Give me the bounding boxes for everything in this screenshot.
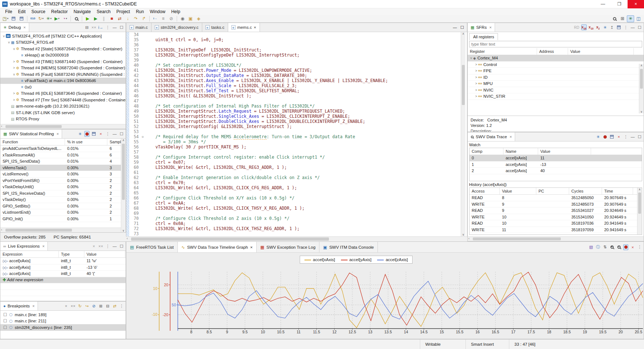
profiling-vscrollbar[interactable]: ∧ ∨ xyxy=(121,139,126,232)
step-return-icon[interactable]: ↱ xyxy=(140,15,147,22)
minimize-icon[interactable]: — xyxy=(112,131,117,137)
debug-tree-node[interactable]: ≡vFaultTask() at main.c:194 0x80036d6 xyxy=(0,78,126,84)
column-header-access[interactable]: Access xyxy=(469,188,500,194)
column-header-value[interactable]: Value xyxy=(538,148,591,155)
save-all-icon[interactable] xyxy=(18,15,25,22)
sfr-tree-node[interactable]: >010MPU xyxy=(468,81,644,87)
editor-line[interactable]: 40 /* Set configuration of LIS302DL*/ xyxy=(126,63,467,68)
menu-navigate[interactable]: Navigate xyxy=(70,9,93,14)
bottom-tab-swv-itm-data-console[interactable]: ▣SWV ITM Data Console xyxy=(319,242,378,252)
sfrs-vscrollbar[interactable]: ∧ ∨ xyxy=(639,64,644,113)
column-header-name[interactable]: Name xyxy=(503,148,538,155)
profiling-row[interactable]: vListRemove()0.00%3 xyxy=(0,171,126,178)
cpp-perspective-icon[interactable]: ◫ xyxy=(635,15,642,22)
close-graph-icon[interactable]: × xyxy=(630,244,635,250)
editor-line[interactable]: 60 LIS302DL_Write( &ctrl, LIS302DL_CTRL_… xyxy=(126,165,467,170)
minimize-icon[interactable]: — xyxy=(630,134,635,140)
breakpoint-item[interactable]: ☐◯main.c [line: 211] xyxy=(0,318,126,325)
export-icon[interactable]: ↥ xyxy=(609,24,614,30)
history-vscrollbar[interactable]: ∧ xyxy=(637,188,642,234)
maximize-icon[interactable]: ☐ xyxy=(637,134,642,140)
editor-line[interactable]: 37 LIS302DL_InitTypeDef LIS302DL_InitStr… xyxy=(126,47,467,53)
suspend-icon[interactable]: ∥ xyxy=(100,15,107,22)
watch-row[interactable]: 0accel[xAxis]11 xyxy=(469,155,642,162)
editor-tab-stm32f4_discovery-c[interactable]: cstm32f4_discovery.c xyxy=(152,23,202,32)
subtab-all-registers[interactable]: All registers xyxy=(469,33,498,40)
debug-tree-node[interactable]: >⚙Thread #6 [IDLE] 536873640 (Suspended … xyxy=(0,90,126,97)
live-expression-row[interactable]: (x)= accel[xAxis]int8_t11 '\v' xyxy=(0,258,126,264)
expand-icon[interactable]: > xyxy=(474,82,478,85)
column-header-comp[interactable]: Comp xyxy=(469,148,503,155)
tab-live-expressions[interactable]: ∞ Live Expressions × xyxy=(0,242,48,251)
scroll-left-icon[interactable]: ‹ xyxy=(127,237,128,240)
configure-trace-icon[interactable]: ✳ xyxy=(595,134,601,140)
profiling-row[interactable]: GPIO_SetBits()0.00%2 xyxy=(0,203,126,210)
dec-radix-button[interactable]: x10 xyxy=(589,24,594,30)
collapse-icon[interactable]: v xyxy=(2,34,6,38)
debug-perspective-icon[interactable]: ✳ xyxy=(627,15,634,22)
debug-config-icon[interactable]: ✳▾ xyxy=(45,15,53,22)
watch-row[interactable]: 2accel[zAxis]40 xyxy=(469,168,642,174)
disconnect-icon[interactable]: ⇄ xyxy=(116,15,123,22)
collapse-icon[interactable]: v xyxy=(12,47,16,51)
minimize-button[interactable]: — xyxy=(595,0,611,8)
bin-radix-button[interactable]: x2 xyxy=(595,24,601,30)
view-menu-icon[interactable]: ⋮ xyxy=(623,24,628,30)
debug-tree-node[interactable]: ▤RTOS Proxy xyxy=(0,116,126,123)
profiling-row[interactable]: vTaskDelay()0.00%2 xyxy=(0,197,126,203)
open-element-icon[interactable]: ◈ xyxy=(195,15,202,22)
maximize-button[interactable]: ❐ xyxy=(611,0,628,8)
editor-line[interactable]: 44 LIS302DL_InitStruct.Full_Scale = LIS3… xyxy=(126,83,467,88)
bottom-tab-swv-data-trace-timeline-graph[interactable]: ∿SWV Data Trace Timeline Graph× xyxy=(178,242,257,252)
collapse-icon[interactable]: v xyxy=(12,73,16,76)
maximize-icon[interactable]: ☐ xyxy=(119,24,124,30)
menu-search[interactable]: Search xyxy=(94,9,114,14)
profiling-row[interactable]: GPIO_Init()0.00%1 xyxy=(0,216,126,222)
editor-line[interactable]: 64 LIS302DL_Write( &ctrl, LIS302DL_CLICK… xyxy=(126,185,467,190)
editor-line[interactable]: 71 ctrl = 0x0A; xyxy=(126,221,467,226)
breakpoint-checkbox[interactable]: ☐ xyxy=(3,325,7,330)
expand-icon[interactable]: > xyxy=(474,88,478,92)
open-folder-icon[interactable]: ▣ xyxy=(187,15,194,22)
graph-settings-icon[interactable]: ▧ xyxy=(589,244,594,250)
bottom-tab-swv-exception-trace-log[interactable]: ▦SWV Exception Trace Log xyxy=(257,242,319,252)
profiling-row[interactable]: vPortYieldFromISR()0.00%2 xyxy=(0,178,126,184)
debug-tree-node[interactable]: ≡xHeap() at 0x20000918 xyxy=(0,52,126,59)
flash-download-icon[interactable]: ↻▾ xyxy=(37,15,45,22)
editor-line[interactable]: 68 LIS302DL_Write( &ctrl, LIS302DL_CLICK… xyxy=(126,206,467,211)
editor-line[interactable]: 62 /* Enable Interrupt generation on cli… xyxy=(126,175,467,180)
terminate-icon[interactable]: ■ xyxy=(108,15,115,22)
resume-icon[interactable]: ▶ xyxy=(84,15,91,22)
fold-collapse-icon[interactable]: ⊖ xyxy=(140,134,145,139)
editor-line[interactable]: 59 ctrl = 0x07; xyxy=(126,160,467,165)
remove-all-icon[interactable]: ×× xyxy=(70,303,76,309)
profiling-row[interactable]: vTaskDelayUntil()0.00%2 xyxy=(0,184,126,190)
scale-graph-icon[interactable]: ⇅ xyxy=(602,244,607,250)
editor-line[interactable]: 53 xyxy=(126,129,467,134)
debug-tree-node[interactable]: vIDESTM32F4_RTOS.elf [STM32 C/C++ Applic… xyxy=(0,33,126,39)
sfr-tree-node[interactable]: >010ID xyxy=(468,74,644,81)
maximize-icon[interactable]: ☐ xyxy=(637,24,642,30)
sfr-tree-node[interactable]: >010NVIC_STIR xyxy=(468,93,644,100)
show-registers-icon[interactable]: ≡ xyxy=(160,15,167,22)
editor-hscrollbar[interactable]: ‹ xyxy=(126,236,467,241)
history-row[interactable]: WRITE11351819705920.941649 s xyxy=(469,227,642,233)
profiling-row[interactable]: vMemsTask()0.00%3 xyxy=(0,165,126,171)
skip-all-icon[interactable]: ⊘ xyxy=(91,303,96,309)
sfr-tree-node[interactable]: v◈Cortex_M4 xyxy=(468,55,644,62)
maximize-icon[interactable]: ☐ xyxy=(119,243,124,249)
hex-radix-button[interactable]: x16 xyxy=(581,24,587,30)
column-header-cycles[interactable]: Cycles xyxy=(569,188,602,194)
editor-line[interactable]: 48 /* Set configuration of Internal High… xyxy=(126,104,467,109)
save-trace-icon[interactable] xyxy=(91,131,96,137)
view-menu-icon[interactable]: ⋮ xyxy=(119,303,124,309)
expand-icon[interactable]: > xyxy=(12,92,16,95)
debug-tree-node[interactable]: v⚙Thread #5 [Fault] 536873240 (RUNNING) … xyxy=(0,71,126,78)
editor-line[interactable]: 35 uint8_t ctrl = 0, i=0, j=0; xyxy=(126,37,467,42)
watch-row[interactable]: 1accel[yAxis]-13 xyxy=(469,162,642,168)
editor-line[interactable]: 39 xyxy=(126,58,467,63)
close-icon[interactable]: × xyxy=(510,135,512,139)
tab-swv-data-trace[interactable]: SWV Data Trace × xyxy=(468,132,515,141)
column-header-type[interactable]: Type xyxy=(59,251,84,257)
minimize-icon[interactable]: — xyxy=(630,24,635,30)
